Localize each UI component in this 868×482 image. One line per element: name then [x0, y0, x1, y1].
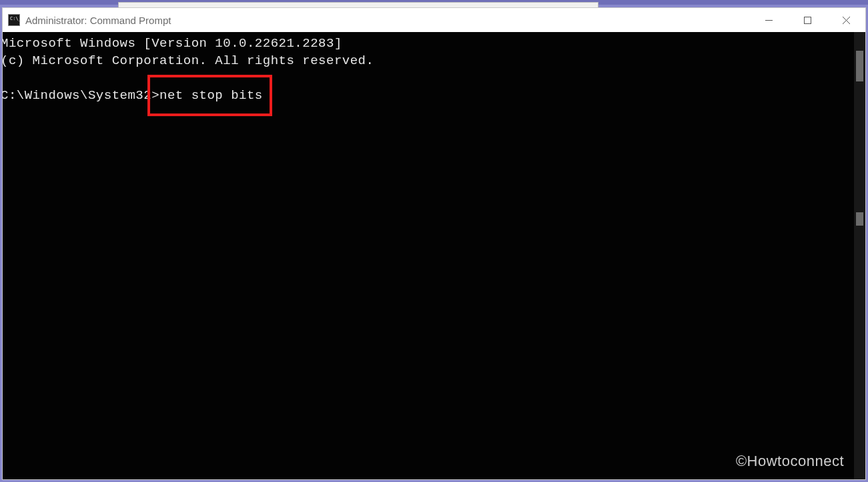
svg-rect-1	[804, 17, 811, 23]
window-controls	[749, 8, 865, 32]
terminal-output[interactable]: Microsoft Windows [Version 10.0.22621.22…	[3, 32, 865, 479]
maximize-button[interactable]	[788, 8, 827, 32]
maximize-icon	[804, 17, 811, 24]
terminal-line-copyright: (c) Microsoft Corporation. All rights re…	[3, 52, 865, 69]
close-icon	[843, 17, 850, 24]
window-title: Administrator: Command Prompt	[25, 15, 749, 26]
close-button[interactable]	[827, 8, 865, 32]
terminal-prompt: C:\Windows\System32>	[3, 88, 159, 103]
scrollbar-thumb[interactable]	[856, 51, 863, 81]
minimize-button[interactable]	[749, 8, 788, 32]
terminal-command: net stop bits	[159, 88, 263, 103]
terminal-scrollbar[interactable]	[854, 32, 865, 479]
terminal-prompt-line: C:\Windows\System32>net stop bits	[3, 87, 865, 104]
watermark-text: ©Howtoconnect	[736, 453, 844, 470]
command-prompt-icon	[8, 14, 20, 26]
minimize-icon	[765, 17, 773, 24]
titlebar[interactable]: Administrator: Command Prompt	[3, 8, 865, 32]
scrollbar-thumb-secondary[interactable]	[856, 212, 863, 226]
terminal-line-version: Microsoft Windows [Version 10.0.22621.22…	[3, 35, 865, 52]
command-prompt-window: Administrator: Command Prompt Microsoft …	[2, 7, 866, 480]
